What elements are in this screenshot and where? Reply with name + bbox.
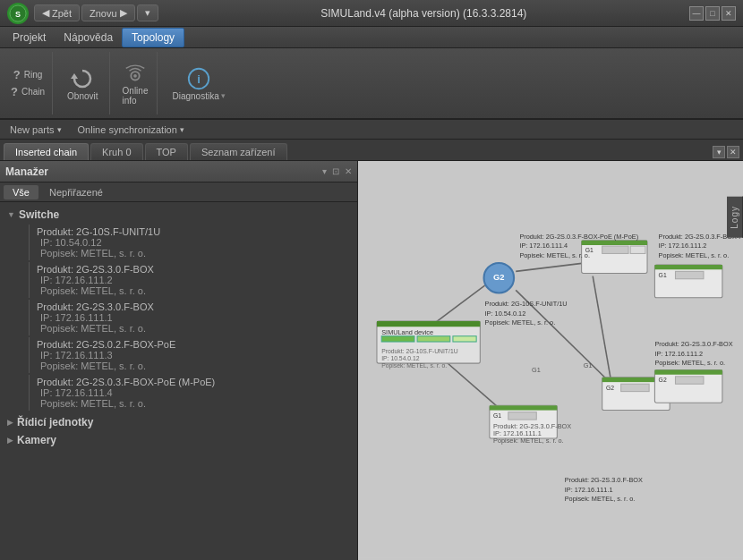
- logy-tab[interactable]: Logy: [727, 197, 743, 238]
- tree-node-ridici: ▶ Řídicí jednotky: [0, 413, 357, 431]
- device-desc-0-4: Popisek: METEL, s. r. o.: [37, 398, 350, 409]
- diagnostics-button[interactable]: i Diagnostika ▾: [168, 64, 228, 103]
- online-sync-label: Online synchronization: [78, 124, 177, 135]
- menu-topology[interactable]: Topology: [122, 28, 184, 47]
- manager-float-button[interactable]: ⊡: [332, 166, 339, 176]
- svg-text:G2: G2: [659, 377, 667, 383]
- manager-controls: ▾ ⊡ ✕: [322, 166, 352, 176]
- topology-svg: G2 G1 Produkt: 2G-2S.0.3.F-BOX-PoE (M-Po…: [358, 161, 743, 560]
- close-button[interactable]: ✕: [722, 6, 736, 21]
- svg-text:IP: 10.54.0.12: IP: 10.54.0.12: [485, 310, 526, 318]
- tree-category-switche[interactable]: ▼ Switche: [0, 207, 357, 223]
- topology-panel: G2 G1 Produkt: 2G-2S.0.3.F-BOX-PoE (M-Po…: [358, 161, 743, 560]
- device-desc-0-0: Popisek: METEL, s. r. o.: [37, 248, 350, 259]
- svg-text:i: i: [197, 72, 201, 85]
- chain-help-icon: ?: [11, 85, 18, 98]
- refresh-label: Obnovit: [67, 91, 98, 101]
- tree-label-kamery: Kamery: [17, 434, 56, 446]
- titlebar: S ◀ Zpět Znovu ▶ ▾ SIMULand.v4 (alpha ve…: [0, 0, 743, 27]
- new-parts-button[interactable]: New parts ▾: [4, 122, 68, 138]
- tab-inserted-chain[interactable]: Inserted chain: [4, 143, 89, 160]
- manager-pin-button[interactable]: ▾: [322, 166, 327, 176]
- back-button[interactable]: ◀ Zpět: [34, 4, 80, 21]
- tabbar-dropdown-button[interactable]: ▾: [713, 146, 725, 158]
- device-product-0-1: Produkt: 2G-2S.3.0.F-BOX: [37, 264, 350, 275]
- device-product-0-0: Produkt: 2G-10S.F-UNIT/1U: [37, 226, 350, 237]
- list-item[interactable]: Produkt: 2G-2S.3.0.F-BOX IP: 172.16.111.…: [29, 300, 350, 335]
- tree-category-ridici[interactable]: ▶ Řídicí jednotky: [0, 414, 357, 430]
- svg-rect-29: [675, 271, 703, 278]
- svg-text:Produkt: 2G-2S.3.0.F-BOX: Produkt: 2G-2S.3.0.F-BOX: [565, 476, 643, 484]
- tree-arrow-ridici: ▶: [7, 418, 13, 427]
- manager-tab-vse[interactable]: Vše: [4, 185, 38, 199]
- tree-arrow-kamery: ▶: [7, 436, 13, 445]
- svg-text:Produkt: 2G-10S.F-UNIT/1U: Produkt: 2G-10S.F-UNIT/1U: [485, 300, 568, 308]
- svg-text:IP: 172.16.111.2: IP: 172.16.111.2: [654, 350, 703, 358]
- svg-rect-19: [630, 246, 645, 253]
- online-sync-button[interactable]: Online synchronization ▾: [72, 122, 191, 138]
- minimize-button[interactable]: —: [689, 6, 704, 21]
- tab-kruh0[interactable]: Kruh 0: [90, 143, 142, 160]
- chain-row: ? Chain: [11, 85, 45, 98]
- device-product-0-3: Produkt: 2G-2S.0.2.F-BOX-PoE: [37, 339, 350, 350]
- svg-rect-18: [602, 246, 628, 253]
- svg-rect-16: [582, 241, 647, 245]
- svg-rect-26: [654, 265, 722, 298]
- svg-point-4: [133, 74, 137, 78]
- forward-label: Znovu: [90, 8, 117, 19]
- svg-text:Popisek: METEL, s. r. o.: Popisek: METEL, s. r. o.: [519, 251, 590, 259]
- device-product-0-4: Produkt: 2G-2S.0.3.F-BOX-PoE (M-PoE): [37, 377, 350, 387]
- manager-tab-neprirazene[interactable]: Nepřiřazené: [40, 185, 112, 199]
- manager-panel: Manažer ▾ ⊡ ✕ Vše Nepřiřazené ▼ Switche …: [0, 161, 358, 560]
- device-ip-0-1: IP: 172.16.111.2: [37, 275, 350, 285]
- menu-napoveda[interactable]: Nápověda: [55, 29, 122, 47]
- refresh-button[interactable]: Obnovit: [64, 64, 101, 103]
- tree-label-switche: Switche: [19, 208, 59, 221]
- maximize-button[interactable]: □: [705, 6, 720, 21]
- back-icon: ◀: [42, 7, 49, 19]
- online-sync-dropdown-icon: ▾: [180, 125, 184, 134]
- svg-text:Produkt: 2G-2S.0.3.F-BOX-PoE (: Produkt: 2G-2S.0.3.F-BOX-PoE (M-PoE): [519, 233, 638, 241]
- ring-row: ? Ring: [13, 68, 43, 81]
- ring-label: Ring: [24, 70, 43, 80]
- svg-text:Popisek: METEL, s. r. o.: Popisek: METEL, s. r. o.: [654, 359, 725, 367]
- diagnostics-label: Diagnostika: [172, 91, 218, 101]
- dropdown-button[interactable]: ▾: [137, 4, 158, 21]
- app-logo: S: [7, 3, 29, 24]
- svg-rect-27: [654, 265, 722, 269]
- svg-rect-59: [675, 377, 703, 384]
- tree-node-kamery: ▶ Kamery: [0, 431, 357, 449]
- forward-button[interactable]: Znovu ▶: [81, 4, 135, 21]
- svg-text:SIMULand device: SIMULand device: [381, 328, 433, 336]
- list-item[interactable]: Produkt: 2G-2S.0.3.F-BOX-PoE (M-PoE) IP:…: [29, 375, 350, 411]
- manager-close-button[interactable]: ✕: [345, 166, 352, 176]
- window-controls: — □ ✕: [689, 6, 736, 21]
- svg-text:S: S: [15, 10, 21, 19]
- svg-rect-33: [381, 336, 414, 342]
- svg-text:IP: 172.16.111.2: IP: 172.16.111.2: [659, 242, 707, 250]
- tree-label-ridici: Řídicí jednotky: [17, 416, 93, 428]
- list-item[interactable]: Produkt: 2G-10S.F-UNIT/1U IP: 10.54.0.12…: [29, 225, 350, 260]
- device-ip-0-2: IP: 172.16.111.1: [37, 312, 350, 323]
- subtoolbar: New parts ▾ Online synchronization ▾: [0, 120, 743, 140]
- manager-title: Manažer: [5, 165, 48, 178]
- tab-top[interactable]: TOP: [145, 143, 188, 160]
- diagnostics-group: i Diagnostika ▾: [161, 52, 235, 115]
- list-item[interactable]: Produkt: 2G-2S.0.2.F-BOX-PoE IP: 172.16.…: [29, 337, 350, 373]
- tree-category-kamery[interactable]: ▶ Kamery: [0, 432, 357, 448]
- list-item[interactable]: Produkt: 2G-2S.3.0.F-BOX IP: 172.16.111.…: [29, 262, 350, 298]
- svg-text:Popisek: METEL, s. r. o.: Popisek: METEL, s. r. o.: [659, 251, 730, 259]
- tab-seznam-zarizeni[interactable]: Seznam zařízení: [190, 143, 287, 160]
- diagnostics-icon: i: [186, 66, 211, 91]
- device-product-0-2: Produkt: 2G-2S.3.0.F-BOX: [37, 301, 350, 312]
- tabbar-close-button[interactable]: ✕: [727, 146, 739, 158]
- online-icon: [123, 61, 148, 86]
- online-button[interactable]: Onlineinfo: [119, 59, 152, 107]
- svg-text:G1: G1: [659, 272, 667, 278]
- ring-chain-group: ? Ring ? Chain: [4, 52, 53, 115]
- menu-projekt[interactable]: Projekt: [4, 29, 55, 47]
- svg-text:IP: 172.16.111.1: IP: 172.16.111.1: [565, 486, 613, 494]
- device-ip-0-4: IP: 172.16.111.4: [37, 387, 350, 398]
- svg-rect-43: [490, 405, 558, 410]
- svg-text:G2: G2: [493, 272, 505, 282]
